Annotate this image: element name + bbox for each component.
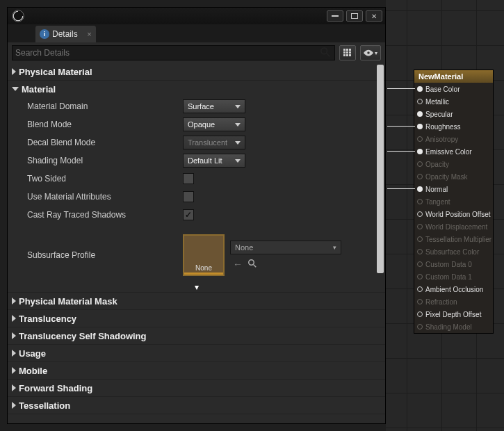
blend-mode-dropdown[interactable]: Opaque xyxy=(183,117,245,131)
svg-rect-7 xyxy=(349,49,351,51)
pin-specular[interactable]: Specular xyxy=(414,108,493,120)
pin-label: Roughness xyxy=(425,123,461,131)
info-icon: i xyxy=(40,29,49,39)
category-translucency-self-shadowing[interactable]: Translucency Self Shadowing xyxy=(8,327,385,344)
pin-refraction[interactable]: Refraction xyxy=(414,295,493,308)
pin-filled-icon xyxy=(417,149,423,154)
advanced-expander[interactable]: ▾ xyxy=(8,282,385,292)
svg-rect-11 xyxy=(343,54,346,56)
category-physical-material-mask[interactable]: Physical Material Mask xyxy=(8,293,385,309)
category-label: Physical Material Mask xyxy=(19,296,117,307)
category-label: Translucency Self Shadowing xyxy=(19,331,147,341)
svg-point-15 xyxy=(249,260,254,266)
pin-hollow-icon xyxy=(417,286,423,292)
browse-asset-icon[interactable] xyxy=(248,259,257,270)
pin-custom-data-0[interactable]: Custom Data 0 xyxy=(414,258,493,270)
pin-world-position-offset[interactable]: World Position Offset xyxy=(414,208,493,220)
search-box[interactable] xyxy=(12,45,335,60)
svg-rect-6 xyxy=(346,49,348,51)
wire xyxy=(387,188,415,189)
pin-opacity-mask[interactable]: Opacity Mask xyxy=(414,170,493,183)
pin-hollow-icon xyxy=(417,299,423,304)
pin-shading-model[interactable]: Shading Model xyxy=(414,320,493,333)
pin-label: Tangent xyxy=(425,198,450,206)
node-pin-list: Base ColorMetallicSpecularRoughnessAniso… xyxy=(414,83,493,333)
window-close-button[interactable]: ✕ xyxy=(366,10,382,22)
decal-blend-mode-dropdown: Translucent xyxy=(183,136,245,149)
prop-two-sided: Two Sided xyxy=(8,170,385,188)
category-label: Mobile xyxy=(19,366,47,376)
pin-anisotropy[interactable]: Anisotropy xyxy=(414,133,493,145)
prop-label: Shading Model xyxy=(27,156,183,165)
category-usage[interactable]: Usage xyxy=(8,345,385,361)
category-material[interactable]: Material xyxy=(8,81,385,97)
category-translucency[interactable]: Translucency xyxy=(8,310,385,327)
two-sided-checkbox[interactable] xyxy=(183,173,194,184)
pin-tangent[interactable]: Tangent xyxy=(414,195,493,208)
ue-logo-icon xyxy=(10,8,26,24)
shading-model-dropdown[interactable]: Default Lit xyxy=(183,154,245,168)
use-selected-asset-icon[interactable]: ← xyxy=(233,259,243,270)
category-tessellation[interactable]: Tessellation xyxy=(8,397,385,414)
pin-label: Custom Data 0 xyxy=(425,261,472,268)
pin-roughness[interactable]: Roughness xyxy=(414,120,493,133)
pin-subsurface-color[interactable]: Subsurface Color xyxy=(414,245,493,258)
pin-hollow-icon xyxy=(417,161,423,167)
svg-rect-8 xyxy=(343,51,346,54)
prop-material-domain: Material Domain Surface xyxy=(8,97,385,115)
pin-tessellation-multiplier[interactable]: Tessellation Multiplier xyxy=(414,233,493,245)
tab-close-icon[interactable]: × xyxy=(87,30,91,38)
svg-rect-1 xyxy=(332,15,339,17)
asset-picker-value: None xyxy=(235,243,253,252)
pin-label: World Displacement xyxy=(425,223,487,231)
pin-normal[interactable]: Normal xyxy=(414,183,493,195)
pin-world-displacement[interactable]: World Displacement xyxy=(414,220,493,233)
prop-blend-mode: Blend Mode Opaque xyxy=(8,115,385,133)
pin-base-color[interactable]: Base Color xyxy=(414,83,493,95)
category-physical-material[interactable]: Physical Material xyxy=(8,63,385,80)
prop-label: Two Sided xyxy=(27,174,183,184)
wire xyxy=(387,88,415,89)
thumbnail-label: None xyxy=(195,264,212,272)
pin-pixel-depth-offset[interactable]: Pixel Depth Offset xyxy=(414,308,493,320)
material-output-node[interactable]: NewMaterial Base ColorMetallicSpecularRo… xyxy=(414,70,494,334)
tab-bar: i Details × xyxy=(8,24,385,42)
pin-opacity[interactable]: Opacity xyxy=(414,158,493,170)
pin-filled-icon xyxy=(417,186,423,192)
pin-emissive-color[interactable]: Emissive Color xyxy=(414,145,493,158)
pin-hollow-icon xyxy=(417,174,423,179)
wire xyxy=(387,126,415,127)
view-options-grid-button[interactable] xyxy=(339,45,356,60)
chevron-right-icon xyxy=(12,298,16,304)
subsurface-profile-thumbnail[interactable]: None xyxy=(183,234,225,276)
pin-custom-data-1[interactable]: Custom Data 1 xyxy=(414,270,493,283)
cast-ray-traced-shadows-checkbox[interactable] xyxy=(183,209,194,220)
svg-rect-10 xyxy=(349,51,351,54)
view-options-eye-button[interactable]: ▾ xyxy=(360,45,381,60)
window-maximize-button[interactable] xyxy=(346,10,363,22)
prop-shading-model: Shading Model Default Lit xyxy=(8,152,385,170)
window-minimize-button[interactable] xyxy=(327,10,343,22)
pin-label: Metallic xyxy=(425,98,449,106)
pin-hollow-icon xyxy=(417,324,423,330)
pin-metallic[interactable]: Metallic xyxy=(414,95,493,108)
search-input[interactable] xyxy=(15,48,320,58)
chevron-down-icon xyxy=(235,141,241,145)
wire xyxy=(387,151,415,152)
subsurface-profile-asset-picker[interactable]: None ▾ xyxy=(230,241,341,254)
window-titlebar[interactable]: ✕ xyxy=(8,8,385,24)
pin-label: Emissive Color xyxy=(425,148,472,156)
scrollbar-thumb[interactable] xyxy=(377,65,384,273)
pin-hollow-icon xyxy=(417,261,423,267)
category-forward-shading[interactable]: Forward Shading xyxy=(8,380,385,396)
pin-hollow-icon xyxy=(417,224,423,229)
pin-ambient-occlusion[interactable]: Ambient Occlusion xyxy=(414,283,493,295)
use-material-attributes-checkbox[interactable] xyxy=(183,191,194,202)
pin-filled-icon xyxy=(417,86,423,92)
category-mobile[interactable]: Mobile xyxy=(8,362,385,379)
tab-details[interactable]: i Details × xyxy=(35,26,96,42)
pin-hollow-icon xyxy=(417,311,423,317)
category-label: Forward Shading xyxy=(19,383,92,393)
material-domain-dropdown[interactable]: Surface xyxy=(183,99,245,113)
pin-hollow-icon xyxy=(417,236,423,242)
